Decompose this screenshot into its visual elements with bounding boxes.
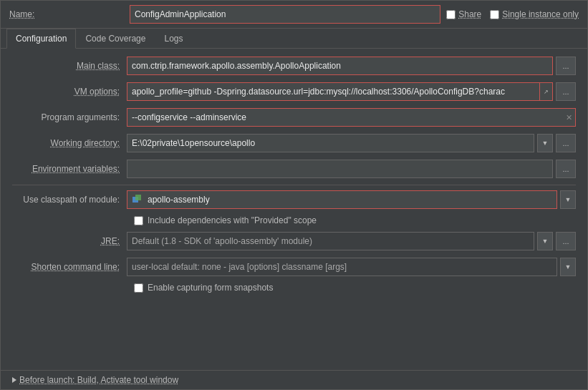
module-name-text: apollo-assembly xyxy=(148,195,210,205)
vm-options-label: VM options: xyxy=(12,87,127,97)
classpath-module-label: Use classpath of module: xyxy=(12,195,127,205)
title-bar: Name: Share Single instance only xyxy=(1,1,587,29)
main-class-input[interactable] xyxy=(127,57,553,75)
main-class-field: ... xyxy=(127,57,576,75)
single-instance-checkbox-group: Single instance only xyxy=(490,9,579,19)
before-launch-text: Before launch: Build, Activate tool wind… xyxy=(19,375,178,385)
vm-options-browse-button[interactable]: ... xyxy=(556,82,576,101)
jre-browse-button[interactable]: ... xyxy=(556,232,576,250)
main-class-row: Main class: ... xyxy=(12,56,576,76)
before-launch-triangle-icon xyxy=(12,377,16,383)
module-wrapper: apollo-assembly xyxy=(127,190,557,209)
env-vars-label: Environment variables: xyxy=(12,164,127,174)
jre-field: ▼ ... xyxy=(127,232,576,250)
single-instance-label: Single instance only xyxy=(502,9,579,19)
program-args-clear-button[interactable]: ✕ xyxy=(562,108,575,127)
share-checkbox-group: Share xyxy=(446,9,481,19)
env-vars-row: Environment variables: ... xyxy=(12,159,576,179)
separator-1 xyxy=(12,185,576,185)
working-dir-input[interactable] xyxy=(127,134,534,152)
main-class-label: Main class: xyxy=(12,61,127,71)
shorten-cmd-dropdown-button[interactable]: ▼ xyxy=(560,258,576,276)
working-dir-field: ▼ ... xyxy=(127,134,576,152)
shorten-cmd-input[interactable] xyxy=(127,258,557,276)
jre-row: JRE: ▼ ... xyxy=(12,231,576,251)
tab-configuration[interactable]: Configuration xyxy=(6,29,76,49)
name-input[interactable] xyxy=(130,5,440,24)
vm-options-field: ↗ ... xyxy=(127,82,576,101)
working-dir-dropdown-button[interactable]: ▼ xyxy=(537,134,553,152)
classpath-module-row: Use classpath of module: apollo-assembly… xyxy=(12,190,576,210)
enable-snapshots-label: Enable capturing form snapshots xyxy=(148,283,273,293)
svg-rect-1 xyxy=(135,195,141,200)
title-bar-right: Share Single instance only xyxy=(446,9,579,19)
configuration-content: Main class: ... VM options: ↗ ... Progra… xyxy=(1,49,587,370)
share-label: Share xyxy=(458,9,481,19)
tab-code-coverage[interactable]: Code Coverage xyxy=(76,29,155,49)
shorten-cmd-label: Shorten command line: xyxy=(12,262,127,272)
enable-snapshots-row: Enable capturing form snapshots xyxy=(12,283,576,293)
vm-options-input[interactable] xyxy=(127,82,539,101)
env-vars-input[interactable] xyxy=(127,160,553,178)
classpath-module-field: apollo-assembly ▼ xyxy=(127,190,576,209)
main-class-browse-button[interactable]: ... xyxy=(556,57,576,75)
program-args-input[interactable] xyxy=(127,108,562,127)
program-args-wrapper: ✕ xyxy=(127,108,576,127)
include-deps-row: Include dependencies with "Provided" sco… xyxy=(12,215,576,225)
shorten-cmd-field: ▼ xyxy=(127,258,576,276)
env-vars-browse-button[interactable]: ... xyxy=(556,160,576,178)
vm-options-row: VM options: ↗ ... xyxy=(12,82,576,102)
jre-input[interactable] xyxy=(127,232,534,250)
module-icon xyxy=(132,194,143,205)
share-checkbox[interactable] xyxy=(446,10,456,19)
vm-options-wrapper: ↗ xyxy=(127,82,553,101)
module-dropdown-button[interactable]: ▼ xyxy=(560,190,576,209)
program-args-row: Program arguments: ✕ xyxy=(12,107,576,127)
working-dir-browse-button[interactable]: ... xyxy=(556,134,576,152)
single-instance-checkbox[interactable] xyxy=(490,10,499,19)
jre-dropdown-button[interactable]: ▼ xyxy=(537,232,553,250)
shorten-cmd-row: Shorten command line: ▼ xyxy=(12,257,576,277)
vm-options-expand-button[interactable]: ↗ xyxy=(539,82,552,101)
program-args-field: ✕ xyxy=(127,108,576,127)
jre-label: JRE: xyxy=(12,236,127,246)
include-deps-checkbox[interactable] xyxy=(134,216,143,225)
run-config-dialog: Name: Share Single instance only Configu… xyxy=(0,0,588,390)
before-launch-toggle[interactable]: Before launch: Build, Activate tool wind… xyxy=(12,375,178,385)
program-args-label: Program arguments: xyxy=(12,112,127,122)
tab-bar: Configuration Code Coverage Logs xyxy=(1,29,587,49)
working-dir-row: Working directory: ▼ ... xyxy=(12,133,576,153)
tab-logs[interactable]: Logs xyxy=(155,29,192,49)
enable-snapshots-checkbox[interactable] xyxy=(134,283,143,293)
before-launch-bar: Before launch: Build, Activate tool wind… xyxy=(1,370,587,389)
name-label: Name: xyxy=(9,9,124,19)
working-dir-label: Working directory: xyxy=(12,138,127,148)
env-vars-field: ... xyxy=(127,160,576,178)
include-deps-label: Include dependencies with "Provided" sco… xyxy=(148,215,317,225)
